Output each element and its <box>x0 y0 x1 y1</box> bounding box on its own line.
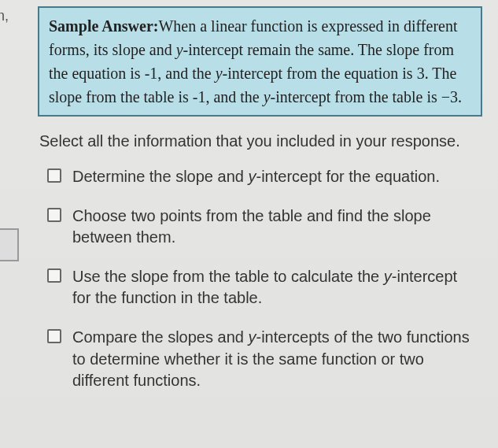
option-row: Compare the slopes and y-intercepts of t… <box>47 327 482 392</box>
sample-answer-text-1: y <box>176 41 183 58</box>
option-row: Determine the slope and y-intercept for … <box>47 166 482 188</box>
instruction-prompt: Select all the information that you incl… <box>39 131 478 152</box>
cutoff-label: on, <box>0 8 9 24</box>
sample-answer-text-6: -intercept from the table is −3. <box>271 88 462 106</box>
option-text-2: Choose two points from the table and fin… <box>72 205 474 249</box>
options-list: Determine the slope and y-intercept for … <box>38 166 482 392</box>
opt1-p0: Determine the slope and <box>72 168 248 185</box>
sidebar-partial-box <box>0 228 19 261</box>
opt4-p1: y <box>248 328 256 346</box>
opt2-p0: Choose two points from the table and fin… <box>72 207 431 246</box>
checkbox-option-2[interactable] <box>47 208 61 222</box>
option-row: Choose two points from the table and fin… <box>47 205 482 249</box>
page-content: Sample Answer:When a linear function is … <box>0 0 498 448</box>
option-text-1: Determine the slope and y-intercept for … <box>72 166 474 188</box>
option-row: Use the slope from the table to calculat… <box>47 266 482 309</box>
sample-answer-label: Sample Answer: <box>49 17 158 35</box>
opt4-p0: Compare the slopes and <box>72 328 248 346</box>
checkbox-option-4[interactable] <box>47 329 61 343</box>
sample-answer-text-5: y <box>264 88 271 106</box>
sample-answer-text-3: y <box>216 65 223 82</box>
opt1-p2: -intercept for the equation. <box>256 168 439 185</box>
opt3-p0: Use the slope from the table to calculat… <box>72 268 384 285</box>
sample-answer-box: Sample Answer:When a linear function is … <box>38 6 482 117</box>
option-text-3: Use the slope from the table to calculat… <box>72 266 474 309</box>
checkbox-option-1[interactable] <box>47 168 61 183</box>
checkbox-option-3[interactable] <box>47 268 61 283</box>
opt1-p1: y <box>248 168 256 185</box>
option-text-4: Compare the slopes and y-intercepts of t… <box>72 327 474 392</box>
opt3-p1: y <box>384 268 392 285</box>
